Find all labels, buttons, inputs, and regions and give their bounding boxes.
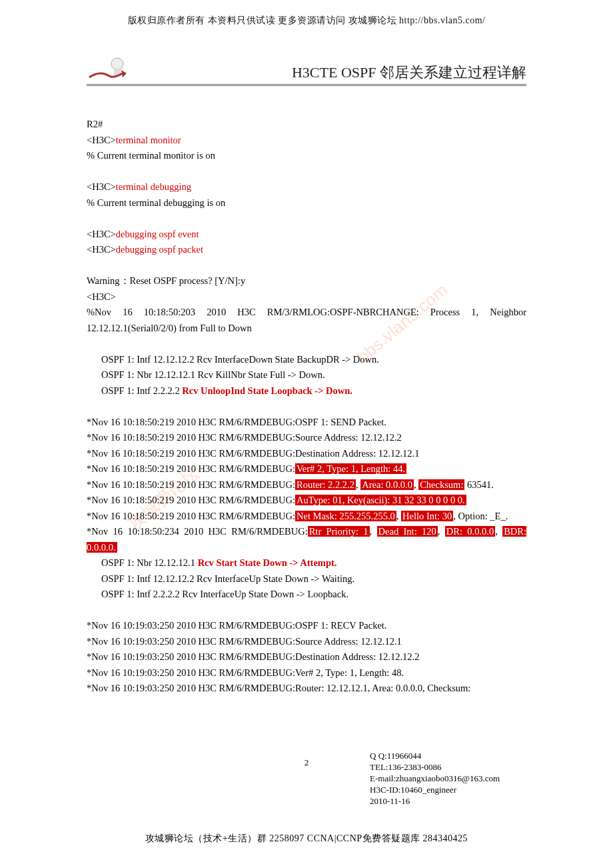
- doc-title: H3CTE OSPF 邻居关系建立过程详解: [292, 63, 526, 83]
- line: OSPF 1: Intf 12.12.12.2 Rcv InterfaceDow…: [87, 352, 526, 368]
- logo-icon: [87, 53, 133, 83]
- footer-email: E-mail:zhuangxiaobo0316@163.com: [370, 773, 500, 784]
- top-copyright-note: 版权归原作者所有 本资料只供试读 更多资源请访问 攻城狮论坛 http://bb…: [0, 15, 613, 27]
- doc-header: H3CTE OSPF 邻居关系建立过程详解: [87, 53, 526, 86]
- line: <H3C>: [87, 289, 526, 305]
- line: *Nov 16 10:19:03:250 2010 H3C RM/6/RMDEB…: [87, 649, 526, 665]
- line: *Nov 16 10:18:50:219 2010 H3C RM/6/RMDEB…: [87, 430, 526, 446]
- line: *Nov 16 10:18:50:219 2010 H3C RM/6/RMDEB…: [87, 446, 526, 462]
- line: % Current terminal debugging is on: [87, 195, 526, 211]
- line: OSPF 1: Nbr 12.12.12.1 Rcv KillNbr State…: [87, 367, 526, 383]
- line: *Nov 16 10:18:50:234 2010 H3C RM/6/RMDEB…: [87, 524, 526, 555]
- footer-date: 2010-11-16: [370, 795, 500, 807]
- doc-body: R2# <H3C>terminal monitor % Current term…: [87, 117, 526, 697]
- line: Warning：Reset OSPF process? [Y/N]:y: [87, 273, 526, 289]
- footer-tel: TEL:136-2383-0086: [370, 761, 500, 773]
- line: *Nov 16 10:19:03:250 2010 H3C RM/6/RMDEB…: [87, 634, 526, 650]
- line: %Nov 16 10:18:50:203 2010 H3C RM/3/RMLOG…: [87, 305, 526, 336]
- line: % Current terminal monitor is on: [87, 148, 526, 164]
- line: OSPF 1: Intf 12.12.12.2 Rcv InterfaceUp …: [87, 571, 526, 587]
- footer-h3c: H3C-ID:10460_engineer: [370, 784, 500, 795]
- line: *Nov 16 10:19:03:250 2010 H3C RM/6/RMDEB…: [87, 681, 526, 697]
- bottom-note: 攻城狮论坛（技术+生活）群 2258097 CCNA|CCNP免费答疑题库 28…: [0, 833, 613, 845]
- line: R2#: [87, 117, 526, 133]
- line: <H3C>terminal debugging: [87, 179, 526, 195]
- page-number: 2: [0, 757, 613, 768]
- line: *Nov 16 10:18:50:219 2010 H3C RM/6/RMDEB…: [87, 509, 526, 525]
- line: <H3C>debugging ospf packet: [87, 242, 526, 258]
- footer-qq: Q Q:11966044: [370, 750, 500, 761]
- line: *Nov 16 10:18:50:219 2010 H3C RM/6/RMDEB…: [87, 461, 526, 477]
- line: *Nov 16 10:18:50:219 2010 H3C RM/6/RMDEB…: [87, 415, 526, 431]
- line: *Nov 16 10:19:03:250 2010 H3C RM/6/RMDEB…: [87, 665, 526, 681]
- line: OSPF 1: Intf 2.2.2.2 Rcv InterfaceUp Sta…: [87, 587, 526, 603]
- line: <H3C>debugging ospf event: [87, 227, 526, 243]
- line: OSPF 1: Intf 2.2.2.2 Rcv UnloopInd State…: [87, 383, 526, 399]
- line: <H3C>terminal monitor: [87, 133, 526, 149]
- line: *Nov 16 10:19:03:250 2010 H3C RM/6/RMDEB…: [87, 618, 526, 634]
- footer-contact: Q Q:11966044 TEL:136-2383-0086 E-mail:zh…: [370, 750, 500, 807]
- line: *Nov 16 10:18:50:219 2010 H3C RM/6/RMDEB…: [87, 477, 526, 493]
- document-page: 版权归原作者所有 本资料只供试读 更多资源请访问 攻城狮论坛 http://bb…: [0, 0, 613, 868]
- line: OSPF 1: Nbr 12.12.12.1 Rcv Start State D…: [87, 555, 526, 571]
- line: *Nov 16 10:18:50:219 2010 H3C RM/6/RMDEB…: [87, 493, 526, 509]
